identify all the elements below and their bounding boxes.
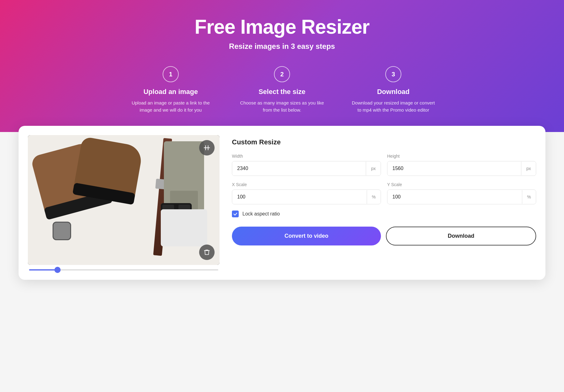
step-1-number: 1 — [163, 66, 179, 82]
width-label: Width — [232, 154, 381, 159]
step-2-title: Select the size — [258, 88, 306, 96]
shirt-item — [161, 209, 207, 246]
yscale-input-wrapper: % — [387, 190, 536, 204]
action-buttons: Convert to video Download — [232, 227, 536, 245]
hero-section: Free Image Resizer Resize images in 3 ea… — [0, 0, 564, 132]
dimension-fields: Width px Height px X Scale % — [232, 154, 536, 204]
convert-to-video-button[interactable]: Convert to video — [232, 227, 381, 245]
height-unit: px — [521, 162, 536, 175]
page-subtitle: Resize images in 3 easy steps — [6, 42, 558, 51]
controls-panel: Custom Resize Width px Height px X — [232, 135, 536, 271]
step-2-desc: Choose as many image sizes as you like f… — [239, 100, 325, 113]
height-input[interactable] — [387, 161, 521, 176]
step-3-desc: Download your resized image or convert t… — [350, 100, 437, 113]
delete-button[interactable] — [199, 245, 215, 260]
compare-button[interactable] — [199, 140, 215, 156]
image-slider-container — [28, 269, 220, 271]
xscale-unit: % — [367, 190, 381, 204]
lock-ratio-row: Lock aspect ratio — [232, 211, 536, 217]
page-title: Free Image Resizer — [6, 15, 558, 38]
image-panel — [28, 135, 220, 271]
main-content: Custom Resize Width px Height px X — [19, 126, 545, 280]
yscale-field-group: Y Scale % — [387, 182, 536, 204]
width-input-wrapper: px — [232, 161, 381, 176]
step-1-title: Upload an image — [143, 88, 198, 96]
xscale-label: X Scale — [232, 182, 381, 187]
step-1-desc: Upload an image or paste a link to the i… — [127, 100, 214, 113]
boot-right — [73, 136, 143, 202]
height-field-group: Height px — [387, 154, 536, 176]
steps-container: 1 Upload an image Upload an image or pas… — [6, 66, 558, 113]
height-input-wrapper: px — [387, 161, 536, 176]
step-3: 3 Download Download your resized image o… — [350, 66, 437, 113]
height-label: Height — [387, 154, 536, 159]
yscale-input[interactable] — [387, 190, 522, 204]
xscale-input[interactable] — [232, 190, 367, 204]
step-2-number: 2 — [274, 66, 290, 82]
download-button[interactable]: Download — [386, 227, 536, 245]
panel-title: Custom Resize — [232, 138, 536, 146]
step-3-number: 3 — [385, 66, 401, 82]
yscale-label: Y Scale — [387, 182, 536, 187]
step-3-title: Download — [377, 88, 409, 96]
watch-item — [53, 222, 71, 240]
uploaded-image — [28, 135, 220, 265]
lock-ratio-label: Lock aspect ratio — [242, 211, 280, 217]
yscale-unit: % — [522, 190, 536, 204]
step-2: 2 Select the size Choose as many image s… — [239, 66, 325, 113]
lock-ratio-checkbox[interactable] — [232, 211, 239, 217]
width-input[interactable] — [232, 161, 366, 176]
step-1: 1 Upload an image Upload an image or pas… — [127, 66, 214, 113]
xscale-field-group: X Scale % — [232, 182, 381, 204]
xscale-input-wrapper: % — [232, 190, 381, 204]
width-field-group: Width px — [232, 154, 381, 176]
image-container — [28, 135, 220, 265]
width-unit: px — [366, 162, 381, 175]
